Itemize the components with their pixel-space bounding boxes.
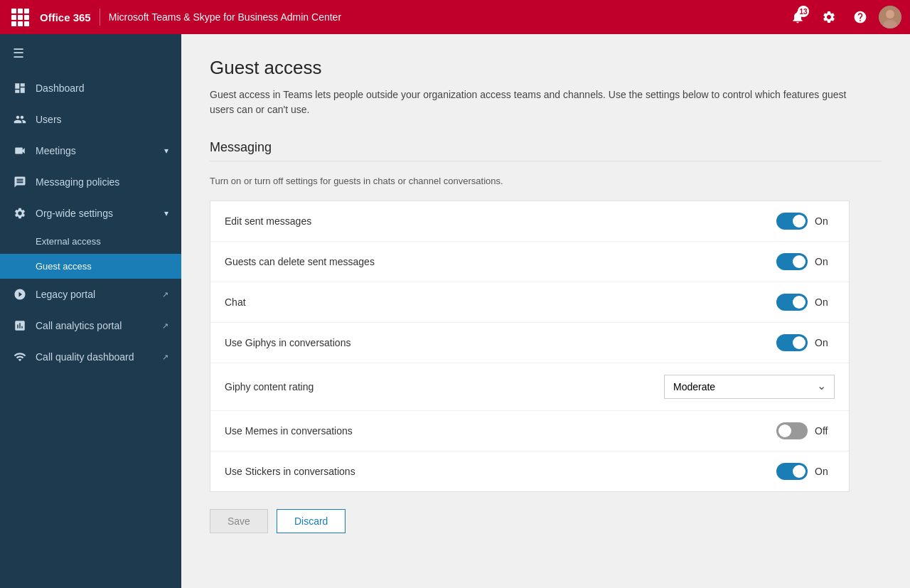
legacy-icon: [13, 287, 27, 301]
main-layout: ☰ Dashboard Users Meetings ▾ Messaging: [0, 34, 910, 588]
setting-control-memes: Off: [776, 422, 835, 439]
chevron-up-icon: ▾: [164, 208, 168, 218]
page-title: Guest access: [210, 57, 882, 79]
sidebar-item-meetings[interactable]: Meetings ▾: [0, 135, 181, 166]
sidebar-item-guest-access[interactable]: Guest access: [0, 254, 181, 279]
gear-icon: [13, 206, 27, 220]
topbar-divider: [100, 9, 100, 26]
setting-label-giphys: Use Giphys in conversations: [225, 337, 350, 348]
external-link-icon: ↗: [162, 290, 168, 299]
toggle-memes[interactable]: [776, 422, 808, 439]
sidebar-item-external-access[interactable]: External access: [0, 229, 181, 254]
users-icon: [13, 112, 27, 127]
sidebar-item-label: External access: [36, 236, 101, 247]
content-area: Guest access Guest access in Teams lets …: [181, 34, 910, 588]
setting-row-giphys: Use Giphys in conversations On: [210, 323, 849, 363]
messaging-icon: [13, 175, 27, 189]
sidebar-item-label: Messaging policies: [36, 176, 168, 188]
toggle-label-edit-sent: On: [815, 215, 835, 227]
sidebar-item-label: Org-wide settings: [36, 208, 156, 219]
sidebar-item-label: Legacy portal: [36, 289, 151, 300]
sidebar-item-legacy-portal[interactable]: Legacy portal ↗: [0, 279, 181, 310]
product-name: Office 365: [40, 11, 91, 23]
notifications-button[interactable]: 13: [785, 4, 810, 30]
sidebar: ☰ Dashboard Users Meetings ▾ Messaging: [0, 34, 181, 588]
chevron-down-icon: ▾: [164, 146, 168, 156]
setting-row-giphy-rating: Giphy content rating Moderate Strict No …: [210, 363, 849, 411]
setting-row-delete-sent: Guests can delete sent messages On: [210, 242, 849, 282]
setting-row-chat: Chat On: [210, 282, 849, 323]
sidebar-item-org-wide[interactable]: Org-wide settings ▾: [0, 198, 181, 229]
sidebar-item-users[interactable]: Users: [0, 104, 181, 135]
toggle-label-chat: On: [815, 296, 835, 308]
setting-label-giphy-rating: Giphy content rating: [225, 381, 314, 392]
svg-point-1: [886, 10, 894, 18]
setting-control-giphy-rating: Moderate Strict No Restriction: [664, 375, 835, 399]
toggle-label-stickers: On: [815, 466, 835, 477]
sidebar-item-label: Call quality dashboard: [36, 351, 151, 363]
toggle-chat[interactable]: [776, 294, 808, 311]
setting-label-edit-sent: Edit sent messages: [225, 215, 311, 227]
analytics-icon: [13, 319, 27, 333]
messaging-section-title: Messaging: [210, 140, 882, 155]
toggle-giphys[interactable]: [776, 334, 808, 351]
sidebar-toggle-button[interactable]: ☰: [0, 34, 181, 73]
setting-row-memes: Use Memes in conversations Off: [210, 411, 849, 451]
setting-row-stickers: Use Stickers in conversations On: [210, 451, 849, 491]
topbar-icons: 13: [785, 4, 901, 30]
toggle-edit-sent[interactable]: [776, 213, 808, 230]
discard-button[interactable]: Discard: [277, 509, 346, 533]
setting-control-stickers: On: [776, 463, 835, 480]
toggle-label-delete-sent: On: [815, 256, 835, 267]
help-button[interactable]: [847, 4, 873, 30]
setting-label-delete-sent: Guests can delete sent messages: [225, 256, 375, 267]
waffle-menu-button[interactable]: [9, 6, 31, 28]
setting-row-edit-sent: Edit sent messages On: [210, 201, 849, 242]
meetings-icon: [13, 144, 27, 158]
sidebar-item-label: Guest access: [36, 261, 92, 272]
toggle-stickers[interactable]: [776, 463, 808, 480]
user-avatar[interactable]: [879, 6, 901, 28]
settings-table: Edit sent messages On Guests can delete …: [210, 201, 850, 492]
setting-control-edit-sent: On: [776, 213, 835, 230]
toggle-delete-sent[interactable]: [776, 253, 808, 270]
page-description: Guest access in Teams lets people outsid…: [210, 87, 850, 117]
setting-control-giphys: On: [776, 334, 835, 351]
setting-control-delete-sent: On: [776, 253, 835, 270]
action-buttons: Save Discard: [210, 509, 850, 533]
save-button[interactable]: Save: [210, 509, 268, 533]
sidebar-item-call-quality[interactable]: Call quality dashboard ↗: [0, 341, 181, 373]
setting-control-chat: On: [776, 294, 835, 311]
external-link-icon: ↗: [162, 353, 168, 362]
setting-label-memes: Use Memes in conversations: [225, 425, 353, 437]
sidebar-item-label: Users: [36, 114, 168, 125]
notification-count: 13: [798, 6, 809, 17]
giphy-rating-dropdown[interactable]: Moderate Strict No Restriction: [664, 375, 835, 399]
messaging-section-description: Turn on or turn off settings for guests …: [210, 176, 882, 186]
external-link-icon: ↗: [162, 321, 168, 331]
sidebar-item-call-analytics[interactable]: Call analytics portal ↗: [0, 310, 181, 341]
section-divider: [210, 161, 882, 161]
topbar: Office 365 Microsoft Teams & Skype for B…: [0, 0, 910, 34]
sidebar-item-messaging[interactable]: Messaging policies: [0, 166, 181, 198]
setting-label-chat: Chat: [225, 296, 246, 308]
sidebar-item-label: Dashboard: [36, 82, 168, 94]
dashboard-icon: [13, 81, 27, 95]
toggle-label-memes: Off: [815, 425, 835, 437]
giphy-rating-dropdown-wrapper: Moderate Strict No Restriction: [664, 375, 835, 399]
sidebar-item-dashboard[interactable]: Dashboard: [0, 73, 181, 104]
toggle-label-giphys: On: [815, 337, 835, 348]
sidebar-item-label: Meetings: [36, 145, 156, 156]
sidebar-item-label: Call analytics portal: [36, 320, 151, 331]
app-title: Microsoft Teams & Skype for Business Adm…: [109, 11, 785, 23]
quality-icon: [13, 350, 27, 364]
settings-button[interactable]: [816, 4, 842, 30]
setting-label-stickers: Use Stickers in conversations: [225, 466, 355, 477]
